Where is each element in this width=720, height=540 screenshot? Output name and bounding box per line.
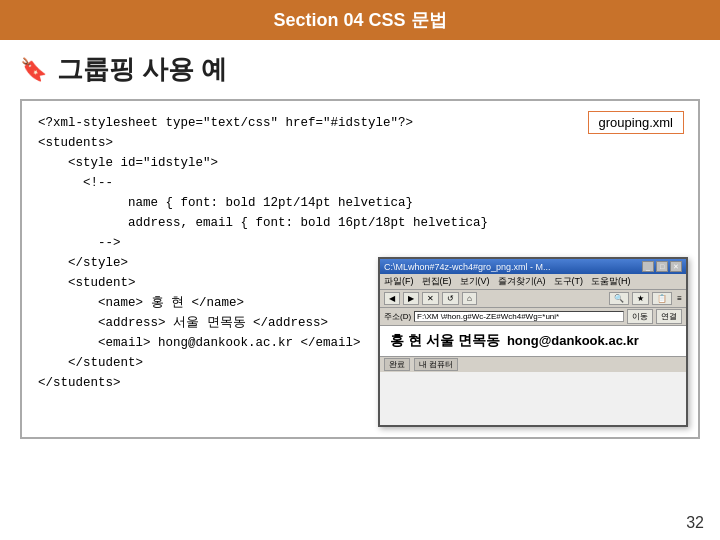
address-input[interactable]: F:\XM \#hon.g#Wc-ZE#Wch4#Wg=*uni* bbox=[414, 311, 624, 322]
favorites-button[interactable]: ★ bbox=[632, 292, 649, 305]
header-title: Section 04 CSS 문법 bbox=[273, 10, 446, 30]
header: Section 04 CSS 문법 bbox=[0, 0, 720, 40]
back-button[interactable]: ◀ bbox=[384, 292, 400, 305]
content-korean: 홍 현 서울 면목동 bbox=[390, 332, 500, 348]
search-button[interactable]: 🔍 bbox=[609, 292, 629, 305]
page-number: 32 bbox=[686, 514, 704, 532]
menu-file[interactable]: 파일(F) bbox=[384, 275, 414, 288]
go-button[interactable]: 이동 bbox=[627, 309, 653, 324]
section-heading: 그룹핑 사용 예 bbox=[57, 52, 227, 87]
browser-titlebar: C:\MLwhon#74z-wch4#gro_png.xml - M... _ … bbox=[380, 259, 686, 274]
browser-mockup: C:\MLwhon#74z-wch4#gro_png.xml - M... _ … bbox=[378, 257, 688, 427]
browser-statusbar: 완료 내 컴퓨터 bbox=[380, 356, 686, 372]
browser-controls: _ □ ✕ bbox=[642, 261, 682, 272]
minimize-button[interactable]: _ bbox=[642, 261, 654, 272]
browser-addressbar: 주소(D) F:\XM \#hon.g#Wc-ZE#Wch4#Wg=*uni* … bbox=[380, 308, 686, 326]
status-done: 완료 bbox=[384, 358, 410, 371]
browser-content: 홍 현 서울 면목동 hong@dankook.ac.kr bbox=[380, 326, 686, 356]
browser-menubar: 파일(F) 편집(E) 보기(V) 즐겨찾기(A) 도구(T) 도움말(H) bbox=[380, 274, 686, 290]
menu-view[interactable]: 보기(V) bbox=[460, 275, 490, 288]
close-button[interactable]: ✕ bbox=[670, 261, 682, 272]
forward-button[interactable]: ▶ bbox=[403, 292, 419, 305]
menu-edit[interactable]: 편집(E) bbox=[422, 275, 452, 288]
menu-favorites[interactable]: 즐겨찾기(A) bbox=[498, 275, 546, 288]
status-computer: 내 컴퓨터 bbox=[414, 358, 458, 371]
browser-content-text: 홍 현 서울 면목동 hong@dankook.ac.kr bbox=[390, 332, 676, 350]
browser-toolbar: ◀ ▶ ✕ ↺ ⌂ 🔍 ★ 📋 ≡ bbox=[380, 290, 686, 308]
connect-button[interactable]: 연결 bbox=[656, 309, 682, 324]
stop-button[interactable]: ✕ bbox=[422, 292, 439, 305]
history-button[interactable]: 📋 bbox=[652, 292, 672, 305]
menu-help[interactable]: 도움말(H) bbox=[591, 275, 631, 288]
address-label: 주소(D) bbox=[384, 311, 411, 322]
browser-titlebar-text: C:\MLwhon#74z-wch4#gro_png.xml - M... bbox=[384, 262, 551, 272]
section-icon: 🔖 bbox=[20, 57, 47, 83]
maximize-button[interactable]: □ bbox=[656, 261, 668, 272]
grouping-label: grouping.xml bbox=[588, 111, 684, 134]
menu-tools[interactable]: 도구(T) bbox=[554, 275, 584, 288]
refresh-button[interactable]: ↺ bbox=[442, 292, 459, 305]
section-title-area: 🔖 그룹핑 사용 예 bbox=[0, 40, 720, 99]
content-area: grouping.xml <?xml-stylesheet type="text… bbox=[20, 99, 700, 439]
home-button[interactable]: ⌂ bbox=[462, 292, 477, 305]
